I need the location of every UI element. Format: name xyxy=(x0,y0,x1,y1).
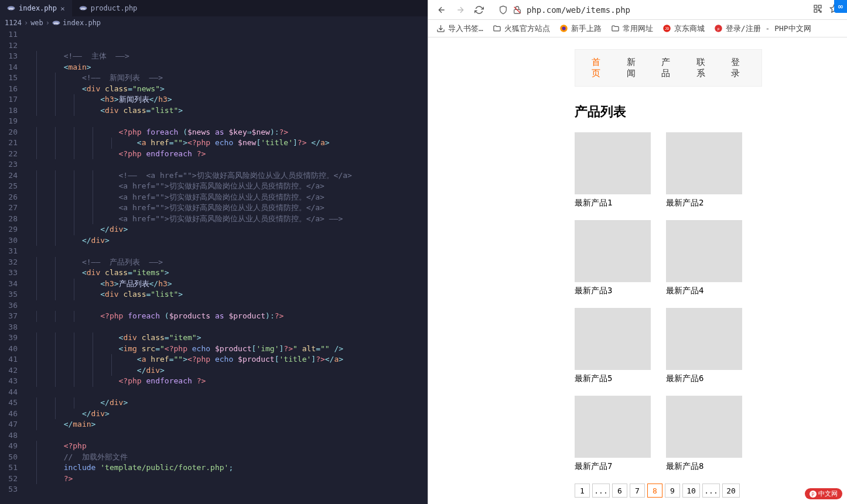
product-item[interactable]: 最新产品2 xyxy=(666,132,742,208)
code-line[interactable]: include 'template/public/footer.php'; xyxy=(27,462,428,474)
code-line[interactable] xyxy=(27,29,428,40)
product-thumbnail[interactable] xyxy=(575,132,651,194)
code-line[interactable]: </div> xyxy=(27,409,428,420)
bookmark-item[interactable]: 导入书签… xyxy=(436,23,483,34)
code-line[interactable]: </div> xyxy=(27,365,428,376)
site-nav-link[interactable]: 新闻 xyxy=(627,57,641,79)
product-label[interactable]: 最新产品4 xyxy=(666,286,742,296)
code-line[interactable]: <a href="">切实做好高风险岗位从业人员疫情防控。</a> xyxy=(27,181,428,192)
code-line[interactable]: <div class="list"> xyxy=(27,289,428,300)
url-text[interactable]: php.com/web/items.php xyxy=(527,5,630,15)
product-thumbnail[interactable] xyxy=(666,220,742,282)
code-line[interactable]: <a href="">切实做好高风险岗位从业人员疫情防控。</a> ——> xyxy=(27,214,428,225)
code-line[interactable] xyxy=(27,159,428,170)
reload-button[interactable] xyxy=(474,5,484,15)
editor-tab[interactable]: phpproduct.php xyxy=(72,0,144,16)
product-item[interactable]: 最新产品3 xyxy=(575,220,651,296)
product-item[interactable]: 最新产品6 xyxy=(666,308,742,384)
product-label[interactable]: 最新产品7 xyxy=(575,461,651,472)
code-line[interactable]: <a href=""><?php echo $new['title']?> </… xyxy=(27,138,428,149)
page-number[interactable]: 7 xyxy=(630,484,645,498)
bookmark-item[interactable]: 火狐官方站点 xyxy=(493,23,550,34)
code-line[interactable] xyxy=(27,300,428,311)
product-thumbnail[interactable] xyxy=(575,220,651,282)
bookmark-item[interactable]: JD京东商城 xyxy=(662,23,705,34)
code-line[interactable]: <div class="news"> xyxy=(27,84,428,95)
product-thumbnail[interactable] xyxy=(575,308,651,370)
product-thumbnail[interactable] xyxy=(666,308,742,370)
bookmark-item[interactable]: p登录/注册 - PHP中文网 xyxy=(714,23,811,34)
code-line[interactable]: <a href="">切实做好高风险岗位从业人员疫情防控。</a> xyxy=(27,192,428,203)
back-button[interactable] xyxy=(436,5,447,15)
close-icon[interactable]: × xyxy=(60,4,65,13)
code-line[interactable]: <div class="items"> xyxy=(27,268,428,279)
page-number[interactable]: 1 xyxy=(575,484,590,498)
code-line[interactable] xyxy=(27,430,428,441)
page-number[interactable]: ... xyxy=(702,484,720,498)
page-number[interactable]: 6 xyxy=(612,484,627,498)
product-item[interactable]: 最新产品8 xyxy=(666,396,742,472)
code-line[interactable]: <!—— 主体 ——> xyxy=(27,51,428,62)
code-line[interactable]: <?php endforeach ?> xyxy=(27,376,428,387)
page-number[interactable]: 8 xyxy=(647,484,662,498)
code-line[interactable]: </main> xyxy=(27,419,428,430)
code-line[interactable] xyxy=(27,322,428,333)
product-thumbnail[interactable] xyxy=(666,132,742,194)
code-line[interactable]: </div> xyxy=(27,224,428,235)
site-nav-link[interactable]: 首页 xyxy=(592,57,606,79)
site-nav-link[interactable]: 产品 xyxy=(661,57,675,79)
breadcrumb-file[interactable]: index.php xyxy=(63,19,101,27)
site-nav-link[interactable]: 登录 xyxy=(731,57,745,79)
bookmark-item[interactable]: 新手上路 xyxy=(559,23,602,34)
code-line[interactable]: <!—— <a href="">切实做好高风险岗位从业人员疫情防控。</a> xyxy=(27,170,428,181)
code-line[interactable]: <main> xyxy=(27,62,428,73)
code-line[interactable]: <a href="">切实做好高风险岗位从业人员疫情防控。</a> xyxy=(27,203,428,214)
code-line[interactable]: <!—— 产品列表 ——> xyxy=(27,257,428,268)
code-line[interactable]: <?php endforeach ?> xyxy=(27,149,428,160)
code-line[interactable]: <div class="list"> xyxy=(27,105,428,116)
code-line[interactable]: </div> xyxy=(27,397,428,409)
product-label[interactable]: 最新产品6 xyxy=(666,373,742,384)
product-thumbnail[interactable] xyxy=(666,396,742,458)
product-item[interactable]: 最新产品5 xyxy=(575,308,651,384)
code-line[interactable]: <img src="<?php echo $product['img']?>" … xyxy=(27,344,428,355)
code-line[interactable]: <!—— 新闻列表 ——> xyxy=(27,73,428,84)
product-label[interactable]: 最新产品1 xyxy=(575,198,651,208)
breadcrumb-root[interactable]: 1124 xyxy=(5,19,22,27)
page-number[interactable]: ... xyxy=(592,484,610,498)
code-line[interactable]: <h3>新闻列表</h3> xyxy=(27,94,428,105)
code-line[interactable]: <?php foreach ($products as $product):?> xyxy=(27,311,428,322)
code-line[interactable] xyxy=(27,40,428,52)
code-line[interactable]: // 加载外部文件 xyxy=(27,452,428,463)
code-line[interactable] xyxy=(27,116,428,127)
product-label[interactable]: 最新产品8 xyxy=(666,461,742,472)
code-body[interactable]: <!—— 主体 ——> <main> <!—— 新闻列表 ——> <div cl… xyxy=(23,29,428,504)
code-line[interactable]: <h3>产品列表</h3> xyxy=(27,279,428,290)
code-line[interactable]: <div class="item"> xyxy=(27,332,428,344)
page-number[interactable]: 20 xyxy=(722,484,740,498)
page-number[interactable]: 10 xyxy=(682,484,700,498)
product-label[interactable]: 最新产品3 xyxy=(575,286,651,296)
code-line[interactable]: ?> xyxy=(27,474,428,485)
code-line[interactable]: <?php foreach ($news as $key⇒$new):?> xyxy=(27,127,428,138)
code-line[interactable]: <?php xyxy=(27,441,428,452)
code-line[interactable] xyxy=(27,387,428,398)
code-line[interactable] xyxy=(27,484,428,495)
editor-tab[interactable]: phpindex.php× xyxy=(0,0,72,16)
code-area[interactable]: 1112131415161718192021222324252627282930… xyxy=(0,29,428,504)
product-label[interactable]: 最新产品2 xyxy=(666,198,742,208)
page-number[interactable]: 9 xyxy=(665,484,680,498)
site-nav-link[interactable]: 联系 xyxy=(696,57,711,79)
breadcrumb-folder[interactable]: web xyxy=(30,19,43,27)
product-item[interactable]: 最新产品1 xyxy=(575,132,651,208)
code-line[interactable]: </div> xyxy=(27,235,428,246)
product-item[interactable]: 最新产品7 xyxy=(575,396,651,472)
product-label[interactable]: 最新产品5 xyxy=(575,373,651,384)
code-line[interactable]: <a href=""><?php echo $product['title']?… xyxy=(27,354,428,365)
infinity-badge-icon[interactable]: ∞ xyxy=(834,0,847,13)
code-line[interactable] xyxy=(27,246,428,257)
product-thumbnail[interactable] xyxy=(575,396,651,458)
qr-icon[interactable] xyxy=(813,4,822,15)
bookmark-item[interactable]: 常用网址 xyxy=(611,23,653,34)
product-item[interactable]: 最新产品4 xyxy=(666,220,742,296)
